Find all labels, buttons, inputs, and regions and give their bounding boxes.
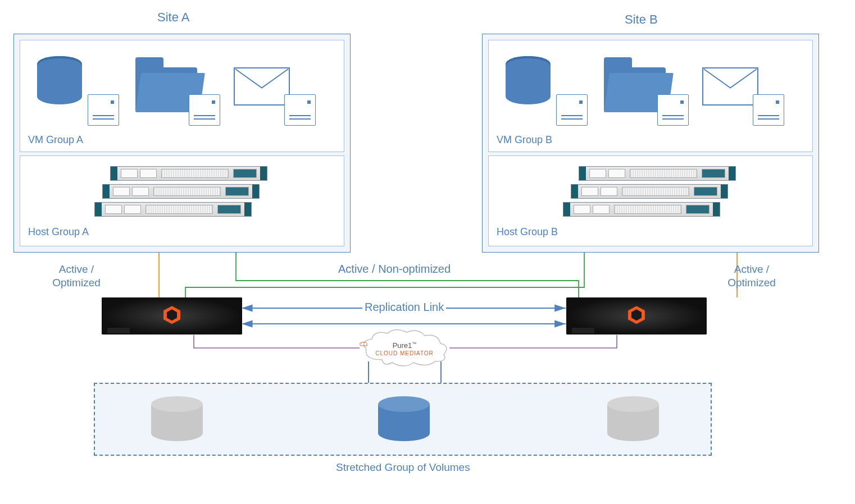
storage-array-b [566, 297, 707, 335]
replication-link-label: Replication Link [362, 301, 446, 314]
database-icon [37, 56, 82, 104]
mail-icon [234, 67, 290, 106]
server-rack-icon [579, 166, 736, 181]
active-optimized-b-label: Active / Optimized [718, 263, 785, 290]
host-group-a-box: Host Group A [20, 155, 344, 246]
vm-group-b-box: VM Group B [488, 40, 813, 152]
pure-logo-icon [626, 305, 647, 325]
storage-array-a [102, 297, 242, 335]
host-group-b-box: Host Group B [488, 155, 813, 246]
host-icon [189, 94, 220, 126]
database-icon [506, 56, 551, 104]
site-b-title: Site B [625, 12, 658, 27]
server-rack-icon [110, 166, 267, 181]
site-a-title: Site A [157, 10, 189, 25]
vm-group-a-label: VM Group A [28, 134, 83, 146]
server-rack-icon [563, 202, 720, 217]
host-icon [556, 94, 588, 126]
site-b-container: VM Group B Host Group B [482, 34, 819, 253]
site-a-container: VM Group A Host Group A [13, 34, 351, 253]
host-group-a-label: Host Group A [28, 226, 89, 238]
mediator-brand: Pure1™ [393, 341, 417, 350]
volume-cylinder-icon [151, 396, 203, 441]
stretched-volumes-box [94, 383, 712, 456]
host-icon [753, 94, 784, 126]
host-icon [88, 94, 119, 126]
active-non-optimized-label: Active / Non-optimized [336, 263, 453, 276]
mediator-sub: CLOUD MEDIATOR [360, 350, 449, 356]
vm-group-b-label: VM Group B [497, 134, 552, 146]
pure-logo-icon [162, 305, 182, 325]
active-optimized-a-label: Active / Optimized [43, 263, 110, 290]
stretched-label: Stretched Group of Volumes [336, 461, 470, 474]
folder-icon [604, 67, 666, 112]
folder-icon [135, 67, 197, 112]
cloud-mediator: Pure1™ CLOUD MEDIATOR [360, 329, 449, 368]
volume-cylinder-icon [378, 396, 430, 441]
volume-cylinder-icon [607, 396, 659, 441]
server-rack-icon [94, 202, 252, 217]
host-icon [657, 94, 689, 126]
host-icon [284, 94, 316, 126]
host-group-b-label: Host Group B [497, 226, 558, 238]
server-rack-icon [102, 184, 260, 199]
server-rack-icon [571, 184, 728, 199]
mail-icon [702, 67, 758, 106]
vm-group-a-box: VM Group A [20, 40, 344, 152]
cloud-small-icon [360, 341, 367, 347]
